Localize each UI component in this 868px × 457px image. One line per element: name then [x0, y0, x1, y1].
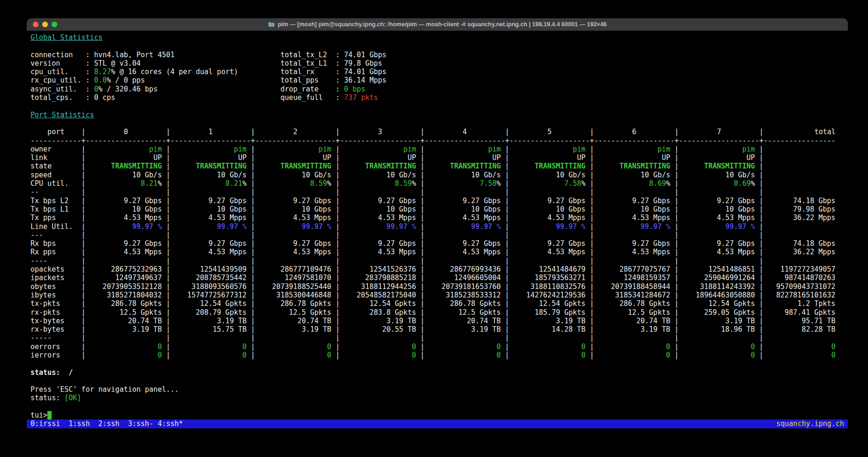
port-stat-value: 4.53 Mpps [548, 248, 586, 256]
port-stat-cell: 0 [255, 343, 336, 351]
port-stat-cell: 0 [170, 351, 251, 359]
port-stat-cell: 10 Gbps [594, 205, 675, 213]
port-column-header: port [30, 128, 81, 136]
port-column-header: 6 [594, 128, 675, 136]
global-stat-value: % / 0 pps [107, 76, 145, 84]
port-stat-value: 99.97 % [387, 222, 416, 231]
port-stat-cell: UP [85, 153, 166, 162]
port-stat-cell: 9.27 Gbps [679, 197, 760, 205]
port-stats-row: ibytes|3185271804032|15747725677312|3185… [30, 291, 844, 299]
port-stat-cell: 9.27 Gbps [679, 239, 760, 248]
port-stat-value: 0 [412, 343, 416, 351]
port-stat-cell: 4.53 Mpps [509, 248, 590, 256]
port-stat-value: 9.27 Gbps [124, 197, 162, 205]
port-stat-value: 9.27 Gbps [717, 239, 755, 248]
port-stat-value: 4.53 Mpps [208, 248, 246, 256]
port-stat-value: 0 [158, 351, 162, 359]
port-stat-cell: UP [255, 153, 336, 162]
port-stat-cell: 12.54 Gpkts [170, 299, 251, 308]
port-stat-row-label: CPU util. [30, 179, 81, 188]
port-stat-value: 9.27 Gbps [632, 239, 670, 248]
blank-line [30, 359, 844, 368]
port-stat-cell: 3.19 TB [425, 325, 505, 334]
port-stat-cell: 286.78 Gpkts [425, 299, 505, 308]
port-stat-cell: 12496605004 [425, 274, 505, 282]
port-stat-cell: 12.5 Gpkts [594, 308, 675, 317]
window-titlebar[interactable]: pim — [mosh] pim@squanchy.ipng.ch: /home… [27, 18, 848, 31]
port-stat-value: 18.96 TB [721, 325, 755, 334]
port-stat-row-label: obytes [30, 282, 81, 291]
port-stat-value: 0 [496, 343, 501, 351]
port-stat-cell: 12497581070 [255, 274, 336, 282]
port-stat-value: 20.74 TB [636, 317, 670, 325]
blank-line [30, 403, 844, 411]
port-stat-value: 7.58 [564, 179, 581, 188]
tmux-hostname: squanchy.ipng.ch [777, 419, 845, 428]
port-stat-cell: 99.97 % [85, 222, 166, 231]
port-stat-cell: 10 Gb/s [340, 171, 420, 179]
port-stat-value: 20.74 TB [128, 317, 162, 325]
port-stat-total-cell: 36.22 Mpps [763, 248, 836, 256]
port-stat-value: 286.78 Gpkts [281, 299, 331, 308]
port-stat-value: TRANSMITTING [365, 162, 416, 170]
port-stat-cell: 99.97 % [425, 222, 505, 231]
port-stat-value: UP [746, 153, 755, 162]
port-stat-total-cell: 1197272349057 [763, 265, 836, 274]
port-stats-row: Line Util.|99.97 %|99.97 %|99.97 %|99.97… [30, 222, 844, 231]
port-stat-value: TRANSMITTING [111, 162, 162, 170]
port-stat-cell: 0 [509, 351, 590, 359]
port-stat-row-label: oerrors [30, 343, 81, 351]
port-stats-row: link|UP|UP|UP|UP|UP|UP|UP|UP| [30, 153, 844, 162]
port-stat-cell: 20739053512128 [85, 282, 166, 291]
global-stat-value: 74.01 Gbps [344, 68, 386, 76]
close-button[interactable] [33, 22, 38, 27]
global-stat-right: drop_rate: 0 bps [281, 85, 365, 93]
port-stat-value: pim [488, 145, 501, 153]
global-stats-line: total_cps.: 0 cpsqueue_full: 737 pkts [30, 93, 844, 102]
port-stat-value: 12.5 Gpkts [120, 308, 162, 317]
port-stat-value: 0 [751, 351, 755, 359]
prompt-line[interactable]: tui> [30, 411, 844, 419]
port-stat-total-value: 1197272349057 [780, 265, 835, 274]
port-stat-value: UP [662, 153, 670, 162]
port-stat-value: 12497581070 [285, 274, 331, 282]
port-stat-value: 4.53 Mpps [632, 213, 670, 222]
port-stat-cell: UP [170, 153, 251, 162]
prompt-label: tui> [30, 411, 47, 419]
blank-line [30, 102, 844, 110]
port-stat-total-value: 79.98 Gbps [793, 205, 835, 213]
zoom-button[interactable] [52, 22, 57, 27]
global-stat-right: total_rx: 74.01 Gbps [281, 68, 387, 76]
port-stat-cell: 14.28 TB [509, 325, 590, 334]
port-stat-cell: 20.74 TB [425, 317, 505, 325]
port-stat-cell: 3.19 TB [85, 325, 166, 334]
port-stat-value: 14276242129536 [526, 291, 585, 299]
terminal-screen[interactable]: Global Statisticsconnection: hvn4.lab, P… [27, 31, 848, 428]
port-stat-cell: 9.27 Gbps [255, 239, 336, 248]
port-stat-value: pim [234, 145, 246, 153]
port-stat-cell: 12.5 Gpkts [425, 308, 505, 317]
traffic-lights [33, 18, 57, 30]
port-stat-value: 286.78 Gpkts [450, 299, 501, 308]
port-stat-cell: 9.27 Gbps [170, 197, 251, 205]
port-stat-value: 0 [243, 351, 247, 359]
port-stats-heading: Port Statistics [30, 111, 94, 119]
port-column-header: 2 [255, 128, 336, 136]
global-stat-label: async_util. [30, 85, 85, 93]
minimize-button[interactable] [42, 22, 48, 27]
port-stat-value: 4.53 Mpps [293, 248, 331, 256]
global-stat-value: % @ 16 cores (4 per dual port) [111, 68, 238, 76]
port-stat-cell: 9.27 Gbps [340, 197, 420, 205]
port-stat-value: 0 [412, 351, 416, 359]
port-stat-value: 15747725677312 [187, 291, 246, 299]
port-stat-value: 18964463050880 [696, 291, 755, 299]
port-stat-value: 0 [496, 351, 501, 359]
port-stat-value: 20739053512128 [103, 282, 162, 291]
port-stat-value: 3.19 TB [132, 325, 162, 334]
port-stat-value: 286775232963 [111, 265, 162, 274]
port-stat-value: 12.5 Gpkts [628, 308, 670, 317]
port-stat-cell: UP [509, 153, 590, 162]
global-stat-value: STL @ v3.04 [94, 59, 140, 68]
global-stat-label: connection [30, 51, 85, 59]
port-stat-cell: 3.19 TB [509, 317, 590, 325]
